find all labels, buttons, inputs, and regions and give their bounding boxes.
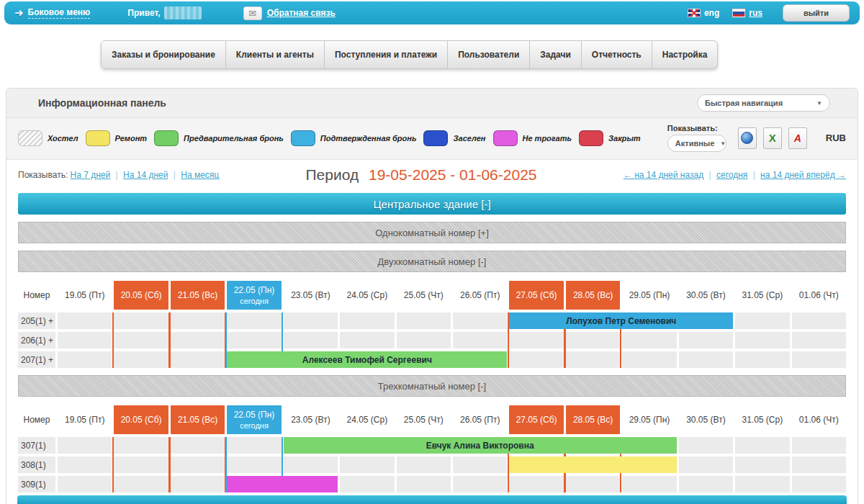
next-building-header-partial[interactable] [17, 495, 847, 504]
nav-today-link[interactable]: сегодня [716, 170, 747, 180]
nav-tab[interactable]: Заказы и бронирование [101, 40, 226, 69]
booking-bar[interactable] [227, 476, 338, 492]
timeline-cell[interactable] [114, 456, 168, 473]
timeline-cell[interactable] [735, 351, 789, 368]
timeline-cell[interactable] [58, 332, 112, 348]
timeline-cell[interactable] [509, 476, 563, 492]
room-label[interactable]: 206(1) + [18, 332, 55, 348]
timeline-cell[interactable] [58, 351, 112, 368]
timeline-cell[interactable] [227, 312, 281, 329]
timeline-cell[interactable] [792, 476, 846, 492]
timeline-cell[interactable] [284, 456, 338, 473]
timeline-cell[interactable] [792, 456, 846, 473]
timeline-cell[interactable] [735, 437, 789, 454]
section-triple-room[interactable]: Трехкомнатный номер [-] [18, 375, 846, 397]
timeline-cell[interactable] [792, 351, 846, 368]
pdf-export-icon[interactable]: A [788, 127, 807, 149]
timeline-cell[interactable] [114, 476, 168, 492]
timeline-cell[interactable] [58, 312, 112, 329]
room-label[interactable]: 207(1) + [18, 351, 55, 368]
nav-tab[interactable]: Поступления и платежи [325, 40, 448, 69]
room-label[interactable]: 205(1) + [18, 312, 55, 329]
timeline-cell[interactable] [340, 332, 394, 348]
timeline-cell[interactable] [566, 332, 620, 348]
nav-back-link[interactable]: ← на 14 дней назад [624, 170, 703, 180]
timeline-cell[interactable] [622, 476, 676, 492]
timeline-cell[interactable] [340, 312, 394, 329]
timeline-cell[interactable] [679, 332, 733, 348]
range-14days-link[interactable]: На 14 дней [123, 170, 168, 180]
timeline-cell[interactable] [397, 476, 451, 492]
timeline-cell[interactable] [397, 456, 451, 473]
status-filter-select[interactable]: Активные ▼ [667, 135, 726, 152]
timeline-cell[interactable] [566, 351, 620, 368]
timeline-cell[interactable] [171, 312, 225, 329]
timeline-cell[interactable] [453, 476, 507, 492]
timeline-cell[interactable] [58, 476, 112, 492]
timeline-cell[interactable] [340, 476, 394, 492]
timeline-cell[interactable] [792, 332, 846, 348]
ru-flag-icon[interactable] [732, 9, 745, 17]
booking-bar[interactable] [509, 456, 676, 473]
timeline-cell[interactable] [735, 332, 789, 348]
nav-forward-link[interactable]: на 14 дней вперёд → [760, 170, 846, 180]
timeline-cell[interactable] [171, 332, 225, 348]
nav-tab[interactable]: Отчетность [582, 40, 652, 69]
excel-export-icon[interactable]: X [763, 127, 782, 149]
timeline-cell[interactable] [679, 456, 733, 473]
nav-tab[interactable]: Настройка [652, 40, 719, 69]
timeline-cell[interactable] [735, 456, 789, 473]
timeline-cell[interactable] [340, 456, 394, 473]
booking-bar[interactable]: Алексеев Тимофей Сергеевич [227, 351, 507, 368]
booking-bar[interactable]: Лопухов Петр Семенович [509, 312, 733, 329]
timeline-cell[interactable] [171, 351, 225, 368]
nav-tab[interactable]: Задачи [530, 40, 582, 69]
timeline-cell[interactable] [114, 332, 168, 348]
quick-nav-select[interactable]: Быстрая навигация ▼ [697, 94, 830, 112]
side-menu-link[interactable]: Боковое меню [28, 7, 91, 19]
timeline-cell[interactable] [58, 456, 112, 473]
timeline-cell[interactable] [58, 437, 112, 454]
timeline-cell[interactable] [171, 476, 225, 492]
logout-button[interactable]: выйти [783, 4, 850, 22]
nav-tab[interactable]: Пользователи [448, 40, 530, 69]
timeline-cell[interactable] [792, 437, 846, 454]
timeline-cell[interactable] [397, 332, 451, 348]
lang-rus-link[interactable]: rus [749, 8, 762, 18]
room-label[interactable]: 308(1) [18, 456, 55, 473]
timeline-cell[interactable] [453, 456, 507, 473]
nav-tab[interactable]: Клиенты и агенты [226, 40, 325, 69]
range-month-link[interactable]: На месяц [181, 170, 219, 180]
timeline-cell[interactable] [114, 437, 168, 454]
timeline-cell[interactable] [227, 437, 281, 454]
timeline-cell[interactable] [509, 332, 563, 348]
room-label[interactable]: 309(1) [18, 476, 55, 492]
feedback-link[interactable]: Обратная связь [267, 8, 336, 18]
timeline-cell[interactable] [284, 332, 338, 348]
timeline-cell[interactable] [114, 312, 168, 329]
booking-bar[interactable]: Евчук Алина Викторовна [284, 437, 677, 454]
timeline-cell[interactable] [509, 351, 563, 368]
range-7days-link[interactable]: На 7 дней [71, 170, 111, 180]
timeline-cell[interactable] [679, 476, 733, 492]
timeline-cell[interactable] [453, 312, 507, 329]
timeline-cell[interactable] [735, 476, 789, 492]
timeline-cell[interactable] [227, 456, 281, 473]
section-single-room[interactable]: Однокомнатный номер [+] [18, 222, 846, 243]
lang-eng-label[interactable]: eng [704, 8, 719, 18]
timeline-cell[interactable] [171, 437, 225, 454]
uk-flag-icon[interactable] [688, 9, 701, 17]
section-double-room[interactable]: Двухкомнатный номер [-] [18, 251, 846, 272]
timeline-cell[interactable] [227, 332, 281, 348]
building-header[interactable]: Центральное здание [-] [18, 193, 846, 215]
timeline-cell[interactable] [453, 332, 507, 348]
envelope-icon[interactable]: ✉ [243, 6, 262, 20]
timeline-cell[interactable] [566, 476, 620, 492]
html-export-icon[interactable] [738, 127, 757, 149]
timeline-cell[interactable] [622, 351, 676, 368]
room-label[interactable]: 307(1) [18, 437, 55, 454]
timeline-cell[interactable] [792, 312, 846, 329]
timeline-cell[interactable] [735, 312, 789, 329]
timeline-cell[interactable] [397, 312, 451, 329]
timeline-cell[interactable] [171, 456, 225, 473]
